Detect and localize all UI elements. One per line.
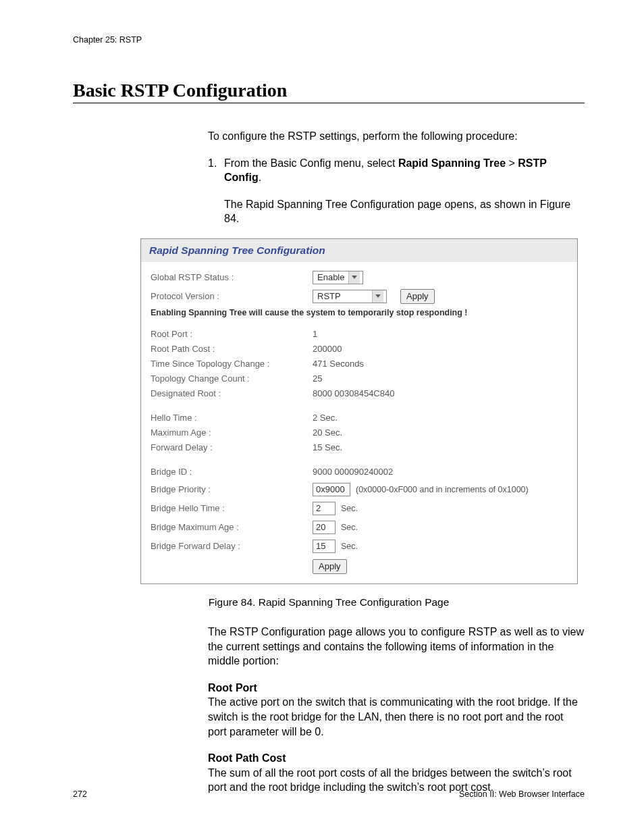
label-bridge-max-age: Bridge Maximum Age :: [151, 522, 313, 532]
screenshot-panel: Rapid Spanning Tree Configuration Global…: [140, 238, 578, 584]
input-bridge-fwd[interactable]: 15: [313, 540, 336, 553]
value-hello-time: 2 Sec.: [313, 413, 338, 423]
root-port-block: Root Port The active port on the switch …: [208, 681, 585, 739]
label-root-port: Root Port :: [151, 329, 313, 339]
label-bridge-fwd: Bridge Forward Delay :: [151, 541, 313, 551]
value-fwd-delay: 15 Sec.: [313, 442, 342, 452]
label-hello-time: Hello Time :: [151, 413, 313, 423]
title-rule: [73, 103, 585, 103]
value-designated-root: 8000 00308454C840: [313, 388, 394, 398]
label-designated-root: Designated Root :: [151, 388, 313, 398]
unit-bridge-hello: Sec.: [341, 504, 358, 513]
running-header: Chapter 25: RSTP: [73, 35, 585, 45]
menu-path-sep: >: [506, 157, 518, 169]
unit-bridge-fwd: Sec.: [341, 542, 358, 551]
step-number: 1.: [208, 156, 224, 185]
value-root-port: 1: [313, 329, 317, 339]
root-port-body: The active port on the switch that is co…: [208, 695, 585, 739]
after-figure-text: The RSTP Configuration page allows you t…: [208, 625, 585, 669]
label-max-age: Maximum Age :: [151, 427, 313, 438]
apply-protocol-button[interactable]: Apply: [400, 289, 435, 304]
select-protocol-value: RSTP: [317, 291, 341, 301]
label-fwd-delay: Forward Delay :: [151, 442, 313, 452]
value-max-age: 20 Sec.: [313, 427, 342, 438]
value-topo-count: 25: [313, 373, 322, 384]
menu-path-1: Rapid Spanning Tree: [398, 157, 506, 169]
label-bridge-priority: Bridge Priority :: [151, 484, 313, 494]
chevron-down-icon: [372, 290, 383, 303]
label-global-status: Global RSTP Status :: [151, 272, 313, 282]
value-bridge-id: 9000 000090240002: [313, 467, 393, 477]
warning-text: Enabling Spanning Tree will cause the sy…: [151, 308, 568, 317]
input-bridge-max-age[interactable]: 20: [313, 521, 336, 534]
select-global-status-value: Enable: [317, 272, 344, 282]
root-path-cost-heading: Root Path Cost: [208, 752, 286, 764]
label-bridge-id: Bridge ID :: [151, 467, 313, 477]
unit-bridge-max-age: Sec.: [341, 523, 358, 532]
value-topo-change: 471 Seconds: [313, 359, 364, 369]
root-path-cost-block: Root Path Cost The sum of all the root p…: [208, 751, 585, 795]
input-bridge-priority[interactable]: 0x9000: [313, 483, 350, 496]
apply-bridge-button[interactable]: Apply: [313, 559, 347, 574]
label-root-path-cost: Root Path Cost :: [151, 344, 313, 354]
step-result: The Rapid Spanning Tree Configuration pa…: [224, 197, 585, 226]
section-label: Section II: Web Browser Interface: [459, 789, 585, 799]
select-protocol-version[interactable]: RSTP: [313, 290, 387, 303]
input-bridge-hello[interactable]: 2: [313, 502, 336, 515]
select-global-status[interactable]: Enable: [313, 271, 363, 284]
step-text-pre: From the Basic Config menu, select: [224, 157, 398, 169]
root-port-heading: Root Port: [208, 682, 257, 694]
panel-title: Rapid Spanning Tree Configuration: [141, 239, 577, 262]
figure-caption: Figure 84. Rapid Spanning Tree Configura…: [73, 596, 585, 608]
label-topo-change: Time Since Topology Change :: [151, 359, 313, 369]
chevron-down-icon: [348, 271, 360, 284]
page-number: 272: [73, 789, 87, 799]
hint-bridge-priority: (0x0000-0xF000 and in increments of 0x10…: [356, 485, 529, 494]
label-topo-count: Topology Change Count :: [151, 373, 313, 384]
step-1: 1. From the Basic Config menu, select Ra…: [208, 156, 585, 185]
page-title: Basic RSTP Configuration: [73, 80, 585, 101]
label-bridge-hello: Bridge Hello Time :: [151, 503, 313, 513]
step-text-post: .: [259, 172, 261, 183]
intro-text: To configure the RSTP settings, perform …: [208, 129, 585, 144]
label-protocol-version: Protocol Version :: [151, 291, 313, 301]
value-root-path-cost: 200000: [313, 344, 342, 354]
